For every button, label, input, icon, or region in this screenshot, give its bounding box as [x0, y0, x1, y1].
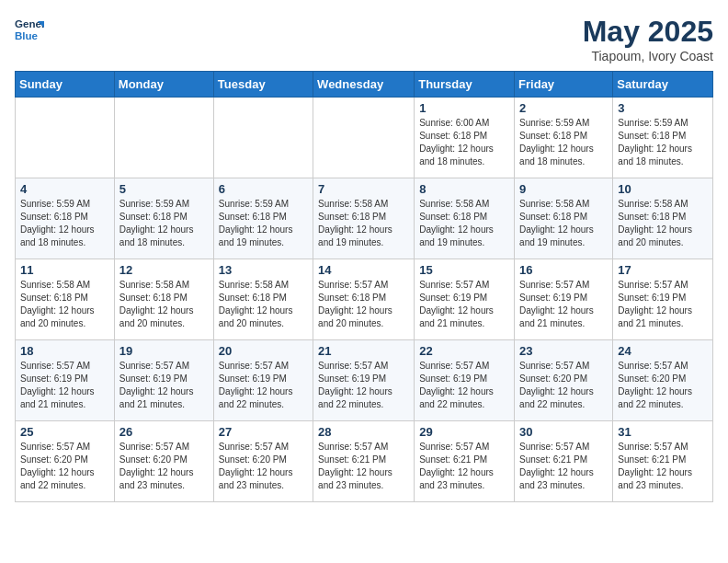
day-info: Sunrise: 5:58 AMSunset: 6:18 PMDaylight:… [618, 198, 708, 249]
day-info: Sunrise: 5:57 AMSunset: 6:19 PMDaylight:… [519, 279, 608, 330]
weekday-header-cell: Friday [515, 72, 613, 98]
day-number: 4 [20, 182, 109, 196]
day-number: 1 [419, 101, 509, 115]
day-info: Sunrise: 5:57 AMSunset: 6:19 PMDaylight:… [119, 360, 209, 411]
weekday-header-cell: Wednesday [313, 72, 415, 98]
day-info: Sunrise: 5:57 AMSunset: 6:19 PMDaylight:… [318, 360, 409, 411]
weekday-header-cell: Tuesday [213, 72, 313, 98]
day-info: Sunrise: 5:59 AMSunset: 6:18 PMDaylight:… [20, 198, 109, 249]
calendar-cell: 18Sunrise: 5:57 AMSunset: 6:19 PMDayligh… [16, 340, 115, 421]
calendar-body: 1Sunrise: 6:00 AMSunset: 6:18 PMDaylight… [16, 98, 713, 502]
day-number: 29 [419, 425, 509, 439]
calendar-cell: 11Sunrise: 5:58 AMSunset: 6:18 PMDayligh… [16, 259, 115, 340]
day-info: Sunrise: 5:59 AMSunset: 6:18 PMDaylight:… [618, 117, 708, 168]
day-number: 21 [318, 344, 409, 358]
day-info: Sunrise: 5:57 AMSunset: 6:19 PMDaylight:… [419, 360, 509, 411]
calendar-week-row: 11Sunrise: 5:58 AMSunset: 6:18 PMDayligh… [16, 259, 713, 340]
day-info: Sunrise: 5:57 AMSunset: 6:18 PMDaylight:… [318, 279, 409, 330]
calendar-cell: 29Sunrise: 5:57 AMSunset: 6:21 PMDayligh… [415, 421, 515, 502]
day-info: Sunrise: 5:58 AMSunset: 6:18 PMDaylight:… [20, 279, 109, 330]
calendar-cell: 2Sunrise: 5:59 AMSunset: 6:18 PMDaylight… [515, 98, 613, 178]
day-number: 27 [219, 425, 308, 439]
day-number: 11 [20, 263, 109, 277]
day-info: Sunrise: 5:58 AMSunset: 6:18 PMDaylight:… [318, 198, 409, 249]
day-number: 9 [519, 182, 608, 196]
calendar-cell [313, 98, 415, 178]
day-number: 10 [618, 182, 708, 196]
title-area: May 2025 Tiapoum, Ivory Coast [583, 15, 713, 63]
day-info: Sunrise: 5:57 AMSunset: 6:20 PMDaylight:… [519, 360, 608, 411]
day-number: 17 [618, 263, 708, 277]
calendar-cell: 20Sunrise: 5:57 AMSunset: 6:19 PMDayligh… [213, 340, 313, 421]
calendar-table: SundayMondayTuesdayWednesdayThursdayFrid… [15, 71, 713, 502]
day-info: Sunrise: 5:57 AMSunset: 6:20 PMDaylight:… [219, 441, 308, 492]
day-number: 28 [318, 425, 409, 439]
calendar-cell [114, 98, 213, 178]
day-info: Sunrise: 5:57 AMSunset: 6:21 PMDaylight:… [318, 441, 409, 492]
calendar-week-row: 18Sunrise: 5:57 AMSunset: 6:19 PMDayligh… [16, 340, 713, 421]
calendar-cell: 10Sunrise: 5:58 AMSunset: 6:18 PMDayligh… [613, 178, 713, 259]
day-number: 19 [119, 344, 209, 358]
calendar-cell: 15Sunrise: 5:57 AMSunset: 6:19 PMDayligh… [415, 259, 515, 340]
logo-icon: General Blue [15, 15, 44, 44]
day-info: Sunrise: 5:58 AMSunset: 6:18 PMDaylight:… [219, 279, 308, 330]
calendar-cell: 31Sunrise: 5:57 AMSunset: 6:21 PMDayligh… [613, 421, 713, 502]
day-number: 15 [419, 263, 509, 277]
day-number: 2 [519, 101, 608, 115]
calendar-cell: 22Sunrise: 5:57 AMSunset: 6:19 PMDayligh… [415, 340, 515, 421]
day-number: 30 [519, 425, 608, 439]
day-info: Sunrise: 5:59 AMSunset: 6:18 PMDaylight:… [119, 198, 209, 249]
calendar-cell: 26Sunrise: 5:57 AMSunset: 6:20 PMDayligh… [114, 421, 213, 502]
calendar-cell: 16Sunrise: 5:57 AMSunset: 6:19 PMDayligh… [515, 259, 613, 340]
day-number: 23 [519, 344, 608, 358]
logo: General Blue [15, 15, 44, 44]
calendar-week-row: 25Sunrise: 5:57 AMSunset: 6:20 PMDayligh… [16, 421, 713, 502]
day-info: Sunrise: 5:58 AMSunset: 6:18 PMDaylight:… [419, 198, 509, 249]
calendar-week-row: 1Sunrise: 6:00 AMSunset: 6:18 PMDaylight… [16, 98, 713, 178]
day-info: Sunrise: 6:00 AMSunset: 6:18 PMDaylight:… [419, 117, 509, 168]
day-info: Sunrise: 5:57 AMSunset: 6:21 PMDaylight:… [618, 441, 708, 492]
calendar-cell: 12Sunrise: 5:58 AMSunset: 6:18 PMDayligh… [114, 259, 213, 340]
day-info: Sunrise: 5:59 AMSunset: 6:18 PMDaylight:… [219, 198, 308, 249]
calendar-week-row: 4Sunrise: 5:59 AMSunset: 6:18 PMDaylight… [16, 178, 713, 259]
day-number: 25 [20, 425, 109, 439]
day-info: Sunrise: 5:57 AMSunset: 6:19 PMDaylight:… [419, 279, 509, 330]
calendar-cell: 7Sunrise: 5:58 AMSunset: 6:18 PMDaylight… [313, 178, 415, 259]
weekday-header-cell: Sunday [16, 72, 115, 98]
day-info: Sunrise: 5:57 AMSunset: 6:20 PMDaylight:… [618, 360, 708, 411]
calendar-cell: 30Sunrise: 5:57 AMSunset: 6:21 PMDayligh… [515, 421, 613, 502]
calendar-cell: 19Sunrise: 5:57 AMSunset: 6:19 PMDayligh… [114, 340, 213, 421]
day-info: Sunrise: 5:58 AMSunset: 6:18 PMDaylight:… [519, 198, 608, 249]
calendar-cell: 14Sunrise: 5:57 AMSunset: 6:18 PMDayligh… [313, 259, 415, 340]
calendar-cell: 13Sunrise: 5:58 AMSunset: 6:18 PMDayligh… [213, 259, 313, 340]
svg-text:General: General [15, 18, 44, 29]
day-number: 31 [618, 425, 708, 439]
day-number: 8 [419, 182, 509, 196]
calendar-cell: 21Sunrise: 5:57 AMSunset: 6:19 PMDayligh… [313, 340, 415, 421]
day-number: 6 [219, 182, 308, 196]
day-number: 18 [20, 344, 109, 358]
header: General Blue May 2025 Tiapoum, Ivory Coa… [15, 15, 713, 63]
day-number: 14 [318, 263, 409, 277]
calendar-cell: 24Sunrise: 5:57 AMSunset: 6:20 PMDayligh… [613, 340, 713, 421]
calendar-cell: 6Sunrise: 5:59 AMSunset: 6:18 PMDaylight… [213, 178, 313, 259]
day-info: Sunrise: 5:59 AMSunset: 6:18 PMDaylight:… [519, 117, 608, 168]
calendar-cell: 8Sunrise: 5:58 AMSunset: 6:18 PMDaylight… [415, 178, 515, 259]
calendar-title: May 2025 [583, 15, 713, 49]
day-number: 22 [419, 344, 509, 358]
weekday-header-cell: Thursday [415, 72, 515, 98]
calendar-cell: 17Sunrise: 5:57 AMSunset: 6:19 PMDayligh… [613, 259, 713, 340]
day-number: 7 [318, 182, 409, 196]
day-info: Sunrise: 5:57 AMSunset: 6:19 PMDaylight:… [20, 360, 109, 411]
day-number: 12 [119, 263, 209, 277]
day-info: Sunrise: 5:57 AMSunset: 6:20 PMDaylight:… [119, 441, 209, 492]
calendar-cell [16, 98, 115, 178]
calendar-subtitle: Tiapoum, Ivory Coast [583, 49, 713, 63]
calendar-cell: 25Sunrise: 5:57 AMSunset: 6:20 PMDayligh… [16, 421, 115, 502]
day-info: Sunrise: 5:57 AMSunset: 6:19 PMDaylight:… [219, 360, 308, 411]
day-info: Sunrise: 5:57 AMSunset: 6:21 PMDaylight:… [419, 441, 509, 492]
day-info: Sunrise: 5:57 AMSunset: 6:20 PMDaylight:… [20, 441, 109, 492]
day-info: Sunrise: 5:58 AMSunset: 6:18 PMDaylight:… [119, 279, 209, 330]
day-info: Sunrise: 5:57 AMSunset: 6:19 PMDaylight:… [618, 279, 708, 330]
weekday-header-row: SundayMondayTuesdayWednesdayThursdayFrid… [16, 72, 713, 98]
